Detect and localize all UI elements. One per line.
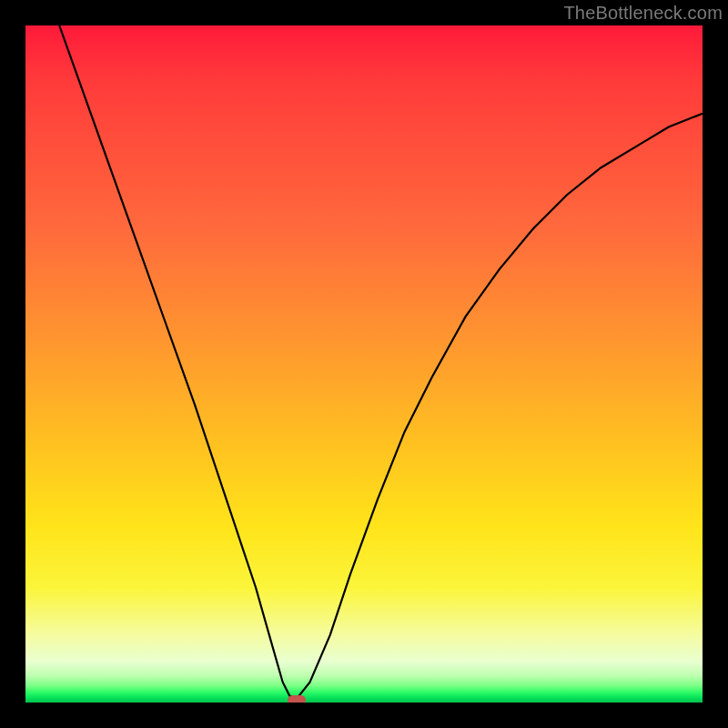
optimal-point-marker: [288, 695, 306, 703]
chart-outer-frame: TheBottleneck.com: [0, 0, 728, 728]
plot-area: [25, 25, 703, 703]
curve-path: [59, 25, 703, 699]
watermark-text: TheBottleneck.com: [563, 3, 723, 24]
bottleneck-curve: [25, 25, 703, 703]
